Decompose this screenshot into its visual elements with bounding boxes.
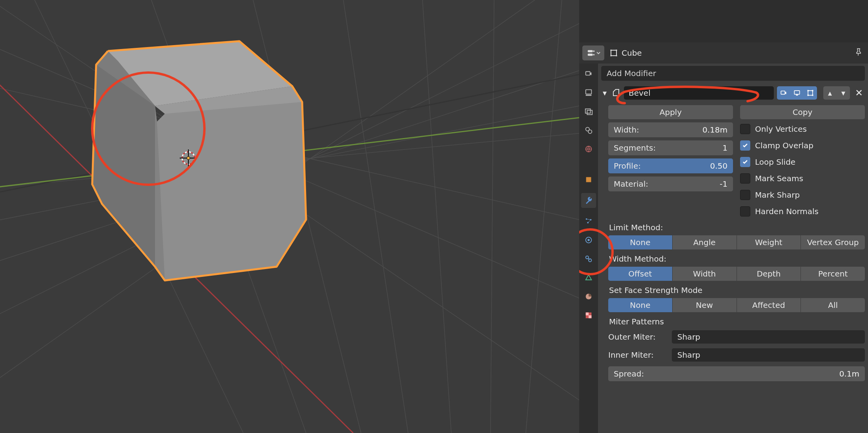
- move-up-button[interactable]: ▴: [823, 86, 837, 100]
- width-option-width[interactable]: Width: [673, 267, 737, 281]
- properties-header: Cube: [579, 42, 868, 64]
- material-field[interactable]: Material:-1: [608, 176, 733, 191]
- svg-rect-30: [587, 54, 593, 56]
- mark-sharp-checkbox[interactable]: Mark Sharp: [740, 188, 865, 202]
- editor-type-switcher[interactable]: [582, 45, 604, 60]
- move-down-button[interactable]: ▾: [837, 86, 850, 100]
- face-option-new[interactable]: New: [673, 298, 737, 312]
- tab-modifiers[interactable]: [581, 193, 596, 208]
- modifier-move-group: ▴ ▾: [823, 86, 850, 100]
- tab-scene[interactable]: [583, 125, 594, 136]
- svg-rect-57: [586, 313, 589, 315]
- properties-editor: Cube: [579, 0, 868, 433]
- limit-option-vertexgroup[interactable]: Vertex Group: [801, 235, 865, 249]
- properties-tab-rail: [579, 64, 598, 433]
- profile-field[interactable]: Profile:0.50: [608, 158, 733, 173]
- width-option-percent[interactable]: Percent: [801, 267, 865, 281]
- svg-rect-60: [794, 91, 799, 94]
- collapse-toggle[interactable]: ▾: [601, 88, 608, 98]
- object-icon: [609, 48, 618, 58]
- width-option-depth[interactable]: Depth: [737, 267, 801, 281]
- tab-material[interactable]: [583, 291, 594, 302]
- show-render-toggle[interactable]: [777, 86, 790, 100]
- svg-rect-35: [616, 50, 617, 51]
- tab-texture[interactable]: [583, 310, 594, 321]
- modifier-name-field[interactable]: Bevel: [624, 86, 774, 100]
- svg-line-11: [337, 0, 408, 433]
- width-option-offset[interactable]: Offset: [608, 267, 673, 281]
- svg-rect-66: [812, 95, 813, 96]
- spread-field[interactable]: Spread:0.1m: [608, 366, 865, 381]
- limit-method-segmented: None Angle Weight Vertex Group: [608, 235, 865, 249]
- show-viewport-toggle[interactable]: [790, 86, 804, 100]
- face-option-all[interactable]: All: [801, 298, 865, 312]
- harden-normals-checkbox[interactable]: Harden Normals: [740, 205, 865, 218]
- chevron-down-icon: [596, 51, 600, 55]
- face-option-affected[interactable]: Affected: [737, 298, 801, 312]
- pin-icon[interactable]: [854, 47, 865, 58]
- svg-rect-39: [586, 90, 592, 94]
- segments-field[interactable]: Segments:1: [608, 140, 733, 155]
- modifiers-panel: Add Modifier ▾ Bevel ▴ ▾: [598, 64, 868, 433]
- width-method-segmented: Offset Width Depth Percent: [608, 267, 865, 281]
- face-strength-label: Set Face Strength Mode: [608, 284, 865, 295]
- svg-rect-65: [808, 95, 809, 96]
- only-vertices-checkbox[interactable]: Only Vertices: [740, 122, 865, 136]
- svg-line-13: [491, 0, 494, 433]
- svg-rect-38: [586, 72, 590, 75]
- svg-rect-59: [781, 91, 785, 94]
- svg-rect-63: [808, 90, 809, 91]
- tab-physics[interactable]: [583, 235, 594, 246]
- svg-rect-58: [589, 315, 591, 318]
- face-strength-segmented: None New Affected All: [608, 298, 865, 312]
- limit-method-label: Limit Method:: [608, 221, 865, 232]
- tab-constraints[interactable]: [583, 253, 594, 264]
- svg-line-54: [588, 258, 589, 260]
- limit-option-angle[interactable]: Angle: [673, 235, 737, 249]
- svg-point-28: [187, 156, 190, 160]
- outer-miter-row: Outer Miter: Sharp: [608, 329, 865, 344]
- limit-option-weight[interactable]: Weight: [737, 235, 801, 249]
- face-option-none[interactable]: None: [608, 298, 673, 312]
- width-field[interactable]: Width:0.18m: [608, 122, 733, 137]
- apply-button[interactable]: Apply: [608, 105, 733, 119]
- svg-point-51: [587, 239, 590, 241]
- clamp-overlap-checkbox[interactable]: Clamp Overlap: [740, 139, 865, 152]
- svg-rect-46: [586, 177, 591, 182]
- inner-miter-dropdown[interactable]: Sharp: [672, 348, 865, 362]
- delete-modifier-button[interactable]: ✕: [853, 87, 865, 98]
- tab-mesh-data[interactable]: [583, 272, 594, 283]
- copy-button[interactable]: Copy: [740, 105, 865, 119]
- tab-particles[interactable]: [583, 216, 594, 227]
- svg-rect-41: [585, 109, 591, 113]
- miter-patterns-label: Miter Patterns: [608, 315, 865, 326]
- tab-world[interactable]: [583, 144, 594, 155]
- tab-object[interactable]: [583, 174, 594, 185]
- 3d-viewport[interactable]: [0, 0, 579, 433]
- svg-rect-29: [587, 50, 593, 53]
- show-edit-mode-toggle[interactable]: [804, 86, 817, 100]
- cube-mesh: [92, 41, 306, 280]
- editor-spacer: [579, 0, 868, 42]
- limit-option-none[interactable]: None: [608, 235, 673, 249]
- tab-output[interactable]: [583, 87, 594, 98]
- svg-point-31: [593, 51, 594, 52]
- svg-line-12: [420, 0, 451, 433]
- modifier-header: ▾ Bevel ▴ ▾ ✕: [601, 86, 865, 100]
- svg-rect-61: [796, 95, 798, 96]
- tab-render[interactable]: [583, 68, 594, 79]
- svg-rect-40: [586, 95, 592, 96]
- add-modifier-dropdown[interactable]: Add Modifier: [601, 66, 865, 81]
- svg-rect-42: [587, 110, 592, 115]
- add-modifier-label: Add Modifier: [607, 69, 656, 78]
- outer-miter-dropdown[interactable]: Sharp: [672, 330, 865, 344]
- svg-rect-33: [611, 50, 616, 56]
- svg-rect-62: [808, 91, 813, 95]
- svg-rect-36: [611, 55, 612, 56]
- svg-rect-37: [616, 55, 617, 56]
- svg-marker-19: [155, 86, 306, 280]
- mark-seams-checkbox[interactable]: Mark Seams: [740, 172, 865, 185]
- tab-view-layer[interactable]: [583, 106, 594, 117]
- svg-rect-34: [611, 50, 612, 51]
- loop-slide-checkbox[interactable]: Loop Slide: [740, 155, 865, 169]
